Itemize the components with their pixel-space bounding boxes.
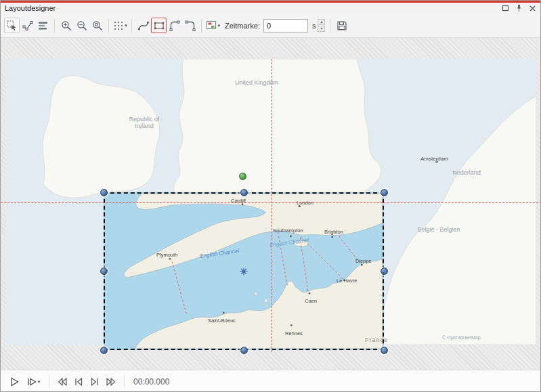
resize-handle-middle-left[interactable] <box>100 267 108 275</box>
map-country-label: België - Belgien <box>415 226 462 233</box>
resize-handle-bottom-center[interactable] <box>240 347 248 354</box>
map-city-label: Dieppe <box>355 258 372 264</box>
toolbar-separator <box>201 19 202 32</box>
zeitmarke-input[interactable] <box>263 19 308 32</box>
map-city-label: Amsterdam <box>420 156 448 162</box>
horizontal-center-guide <box>1 202 541 203</box>
resize-handle-middle-right[interactable] <box>381 267 388 275</box>
map-country-label: Republic of Ireland <box>120 116 169 130</box>
layer-list-tool-button[interactable] <box>35 18 51 33</box>
node-edit-tool-button[interactable] <box>20 18 35 33</box>
playbar-separator <box>124 376 125 387</box>
object-menu-button[interactable]: ▾ <box>205 18 221 33</box>
playback-bar: ▾ 00:00.000 <box>1 370 540 392</box>
vertical-center-guide <box>272 59 272 352</box>
zoom-out-button[interactable] <box>74 18 89 33</box>
toolbar-separator <box>330 19 330 32</box>
close-icon[interactable] <box>529 5 536 12</box>
zeitmarke-unit-label: s <box>312 22 316 30</box>
playbar-separator <box>49 376 49 387</box>
chevron-down-icon: ▾ <box>217 23 220 28</box>
toolbar: ▾ ▾ Zeitmarke: s ▲ ▼ <box>1 14 540 38</box>
toolbar-separator <box>131 19 132 32</box>
map-attribution: © OpenStreetMap <box>442 335 481 340</box>
pin-icon[interactable] <box>515 4 523 12</box>
zoom-in-button[interactable] <box>58 18 74 33</box>
map-city-label: Le Havre <box>337 278 357 284</box>
zeitmarke-spinner[interactable]: ▲ ▼ <box>318 19 325 32</box>
resize-handle-top-right[interactable] <box>381 189 388 196</box>
window-title: Layoutdesigner <box>5 4 56 12</box>
map-city-label: Southampton <box>273 227 303 234</box>
path-out-tool-button[interactable] <box>182 18 198 33</box>
map-country-label: France <box>365 336 388 343</box>
rotation-center-marker[interactable] <box>240 267 248 276</box>
grid-menu-button[interactable]: ▾ <box>112 18 128 33</box>
map-country-label: United Kingdom <box>226 79 287 86</box>
next-frame-button[interactable] <box>87 374 103 390</box>
forward-button[interactable] <box>103 374 119 390</box>
spinner-down-icon[interactable]: ▼ <box>318 26 325 32</box>
current-time-display: 00:00.000 <box>133 377 169 387</box>
map-city-label: Rennes <box>285 330 303 336</box>
map-city-label: Caen <box>305 298 317 304</box>
toolbar-separator <box>108 19 109 32</box>
play-from-timemark-button[interactable]: ▾ <box>22 374 44 390</box>
path-in-tool-button[interactable] <box>167 18 182 33</box>
titlebar[interactable]: Layoutdesigner <box>1 3 540 14</box>
map-city-label: Brighton <box>324 229 343 235</box>
map-country-label: Nederland <box>443 169 490 176</box>
layout-canvas[interactable]: United Kingdom Republic of Ireland Amste… <box>1 38 541 370</box>
rotate-handle[interactable] <box>239 173 246 180</box>
previous-frame-button[interactable] <box>70 374 87 390</box>
map-city-label: Plymouth <box>156 252 177 258</box>
zeitmarke-label: Zeitmarke: <box>225 22 260 30</box>
chevron-down-icon: ▾ <box>38 379 41 384</box>
play-button[interactable] <box>6 374 22 390</box>
select-tool-button[interactable] <box>4 18 20 33</box>
spinner-up-icon[interactable]: ▲ <box>318 19 325 25</box>
resize-handle-bottom-left[interactable] <box>100 347 108 354</box>
save-button[interactable] <box>334 18 349 33</box>
maximize-icon[interactable] <box>502 5 509 12</box>
rewind-button[interactable] <box>54 374 70 390</box>
toolbar-separator <box>54 19 55 32</box>
zoom-fit-button[interactable] <box>89 18 105 33</box>
transform-tool-button[interactable] <box>151 18 167 33</box>
map-city-label: Saint-Brieuc <box>208 318 236 324</box>
curve-tool-button[interactable] <box>135 18 151 33</box>
resize-handle-bottom-right[interactable] <box>381 347 388 354</box>
resize-handle-top-center[interactable] <box>240 189 248 196</box>
layoutdesigner-window: Layoutdesigner <box>0 0 541 392</box>
resize-handle-top-left[interactable] <box>100 189 108 196</box>
chevron-down-icon: ▾ <box>125 23 127 28</box>
